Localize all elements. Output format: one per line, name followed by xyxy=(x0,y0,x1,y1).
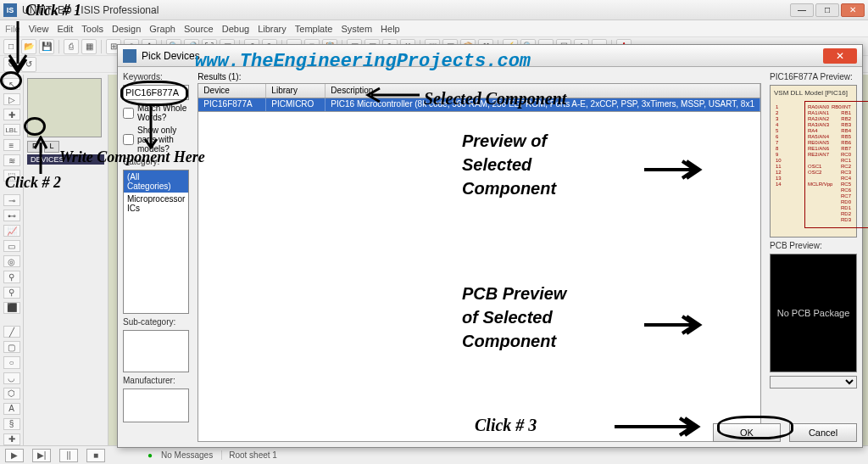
category-item-micro[interactable]: Microprocessor ICs xyxy=(124,193,188,215)
pick-devices-dialog: Pick Devices ✕ Keywords: Match Whole Wor… xyxy=(117,44,863,448)
manufacturer-label: Manufacturer: xyxy=(123,376,189,385)
stop-button[interactable]: ■ xyxy=(86,449,105,462)
package-select[interactable] xyxy=(770,376,857,389)
object-selector: P L DEVICES xyxy=(24,75,108,445)
menubar: File View Edit Tools Design Graph Source… xyxy=(0,20,868,37)
match-whole-checkbox[interactable] xyxy=(123,108,134,119)
path-icon[interactable]: ⬡ xyxy=(3,388,20,400)
manufacturer-list[interactable] xyxy=(123,389,189,422)
schematic-preview: VSM DLL Model [PIC16] 123456789101112131… xyxy=(770,85,857,238)
probe-i-icon[interactable]: ⚲ xyxy=(3,287,20,299)
menu-help[interactable]: Help xyxy=(381,24,400,34)
menu-template[interactable]: Template xyxy=(295,24,333,34)
keywords-label: Keywords: xyxy=(123,72,189,81)
print-icon[interactable]: ⎙ xyxy=(64,39,79,54)
play-button[interactable]: ▶ xyxy=(5,449,24,462)
window-controls: — □ ✕ xyxy=(790,3,865,17)
step-button[interactable]: ▶| xyxy=(32,449,51,462)
label-icon[interactable]: LBL xyxy=(3,124,20,136)
instrument-icon[interactable]: ⬛ xyxy=(3,302,20,314)
category-list[interactable]: (All Categories) Microprocessor ICs xyxy=(123,170,189,314)
junction-icon[interactable]: ✚ xyxy=(3,109,20,120)
close-button[interactable]: ✕ xyxy=(841,3,865,17)
tape-icon[interactable]: ▭ xyxy=(3,240,20,252)
arc-icon[interactable]: ◡ xyxy=(3,372,20,384)
category-item-all[interactable]: (All Categories) xyxy=(124,171,188,193)
cell-library: PICMICRO xyxy=(266,98,326,111)
symbol-icon[interactable]: § xyxy=(3,418,20,430)
window-title: UNTITLED - ISIS Professional xyxy=(22,4,790,16)
pin-icon[interactable]: ⊷ xyxy=(3,210,20,221)
keywords-input[interactable] xyxy=(123,85,189,100)
menu-library[interactable]: Library xyxy=(258,24,287,34)
show-only-checkbox[interactable] xyxy=(123,134,134,145)
col-library[interactable]: Library xyxy=(266,84,326,98)
area-icon[interactable]: ▦ xyxy=(81,39,97,54)
arrow-write xyxy=(142,103,159,150)
probe-v-icon[interactable]: ⚲ xyxy=(3,271,20,282)
menu-view[interactable]: View xyxy=(29,24,49,34)
save-icon[interactable]: 💾 xyxy=(39,39,54,54)
circle-icon[interactable]: ○ xyxy=(3,356,20,368)
results-header: Device Library Description xyxy=(198,83,761,98)
status-sheet: Root sheet 1 xyxy=(221,450,277,460)
menu-debug[interactable]: Debug xyxy=(222,24,249,34)
menu-graph[interactable]: Graph xyxy=(149,24,175,34)
arrow-selected xyxy=(364,85,424,106)
results-label: Results (1): xyxy=(198,72,761,81)
model-label: VSM DLL Model [PIC16] xyxy=(774,89,853,97)
ok-button[interactable]: OK xyxy=(713,423,781,442)
subcategory-label: Sub-category: xyxy=(123,317,189,327)
text-icon[interactable]: A xyxy=(3,403,20,415)
arrow-pcb xyxy=(640,312,704,338)
script-icon[interactable]: ≡ xyxy=(3,139,20,151)
selection-mode-icon[interactable]: ↖ xyxy=(3,78,20,90)
col-device[interactable]: Device xyxy=(198,84,266,98)
statusbar: ▶ ▶| || ■ ● No Messages Root sheet 1 xyxy=(0,445,868,464)
generator-icon[interactable]: ◎ xyxy=(3,255,20,267)
schematic-preview-label: PIC16F877A Preview: xyxy=(770,72,857,81)
results-row-selected[interactable]: PIC16F877A PICMICRO PIC16 Microcontrolle… xyxy=(198,98,761,112)
bus-icon[interactable]: ≋ xyxy=(3,154,20,166)
line-icon[interactable]: ╱ xyxy=(3,326,20,338)
dialog-preview-panel: PIC16F877A Preview: VSM DLL Model [PIC16… xyxy=(765,67,862,447)
dialog-titlebar: Pick Devices ✕ xyxy=(118,45,862,67)
dialog-close-button[interactable]: ✕ xyxy=(823,48,857,64)
menu-source[interactable]: Source xyxy=(184,24,214,34)
maximize-button[interactable]: □ xyxy=(815,3,839,17)
arrow-click1 xyxy=(5,17,31,76)
menu-design[interactable]: Design xyxy=(112,24,141,34)
marker-icon[interactable]: ✚ xyxy=(3,433,20,445)
pcb-preview-label: PCB Preview: xyxy=(770,241,857,250)
status-messages: No Messages xyxy=(161,450,213,460)
dialog-title: Pick Devices xyxy=(142,50,823,62)
terminal-icon[interactable]: ⊸ xyxy=(3,194,20,206)
box-icon[interactable]: ▢ xyxy=(3,341,20,353)
cell-device: PIC16F877A xyxy=(198,98,266,111)
category-label: Category: xyxy=(123,157,189,166)
menu-edit[interactable]: Edit xyxy=(57,24,73,34)
subcategory-list[interactable] xyxy=(123,330,189,372)
app-icon: IS xyxy=(3,3,17,17)
pause-button[interactable]: || xyxy=(59,449,78,462)
menu-system[interactable]: System xyxy=(341,24,372,34)
pcb-preview: No PCB Package xyxy=(770,254,857,372)
no-pcb-text: No PCB Package xyxy=(777,308,850,318)
component-mode-icon[interactable]: ▷ xyxy=(3,93,20,105)
left-toolbox: ↖ ▷ ✚ LBL ≡ ≋ ⬚ ⊸ ⊷ 📈 ▭ ◎ ⚲ ⚲ ⬛ ╱ ▢ ○ ◡ … xyxy=(0,75,24,445)
graph-icon[interactable]: 📈 xyxy=(3,225,20,237)
subcircuit-icon[interactable]: ⬚ xyxy=(3,170,20,182)
arrow-preview xyxy=(640,157,704,182)
cancel-button[interactable]: Cancel xyxy=(789,423,857,442)
arrow-click2 xyxy=(32,136,49,178)
arrow-click3 xyxy=(610,414,704,439)
overview-window[interactable] xyxy=(27,78,102,137)
menu-tools[interactable]: Tools xyxy=(81,24,103,34)
main-titlebar: IS UNTITLED - ISIS Professional — □ ✕ xyxy=(0,0,868,20)
minimize-button[interactable]: — xyxy=(790,3,814,17)
dialog-icon xyxy=(123,49,136,63)
dialog-results-panel: Results (1): Device Library Description … xyxy=(194,67,765,447)
